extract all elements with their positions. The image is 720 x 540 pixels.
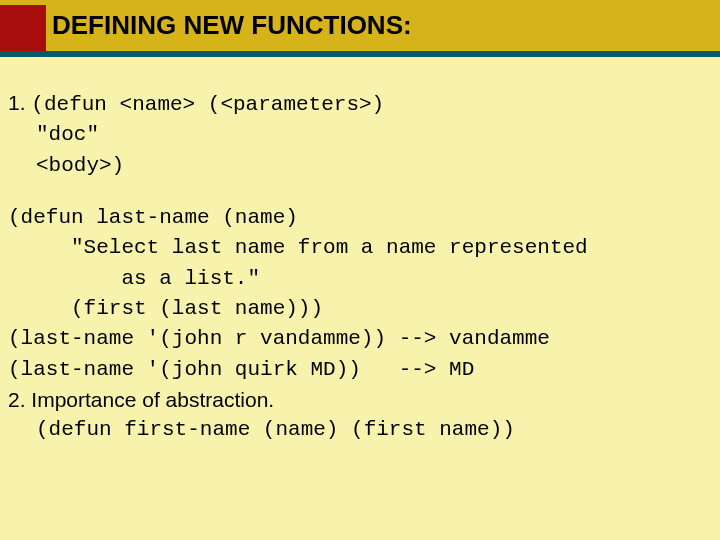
slide-body: 1. (defun <name> (<parameters>) "doc" <b…	[0, 57, 720, 445]
item-1: 1. (defun <name> (<parameters>)	[8, 89, 712, 119]
example-call-1: (last-name '(john r vandamme)) --> vanda…	[8, 325, 712, 353]
defun-last-name-doc1: "Select last name from a name represente…	[8, 234, 712, 262]
defun-template-line3: <body>)	[8, 152, 712, 180]
slide-header: DEFINING NEW FUNCTIONS:	[0, 0, 720, 57]
defun-template-line1: (defun <name> (<parameters>)	[31, 93, 384, 116]
defun-last-name-doc2: as a list."	[8, 265, 712, 293]
defun-first-name: (defun first-name (name) (first name))	[8, 416, 712, 444]
accent-square	[0, 5, 46, 51]
example-call-2: (last-name '(john quirk MD)) --> MD	[8, 356, 712, 384]
slide-title: DEFINING NEW FUNCTIONS:	[52, 10, 412, 41]
item-2-text: 2. Importance of abstraction.	[8, 386, 712, 414]
defun-last-name-body: (first (last name)))	[8, 295, 712, 323]
defun-last-name-l1: (defun last-name (name)	[8, 204, 712, 232]
defun-template-line2: "doc"	[8, 121, 712, 149]
item-1-number: 1.	[8, 91, 26, 114]
